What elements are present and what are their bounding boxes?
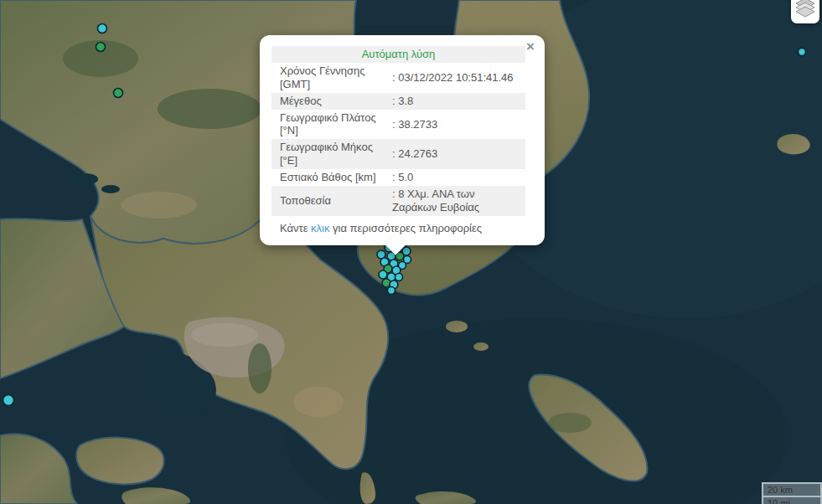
table-row: Μέγεθος : 3.8 — [271, 93, 525, 110]
scale-km: 20 km — [762, 482, 822, 497]
row-label: Γεωγραφικό Πλάτος [°N] — [280, 111, 389, 138]
row-value: : 38.2733 — [389, 118, 522, 131]
footer-text: για περισσότερες πληροφορίες — [329, 222, 482, 234]
table-row: Τοποθεσία : 8 Χλμ. ΑΝΑ των Ζαράκων Ευβοί… — [271, 186, 525, 216]
earthquake-marker[interactable] — [98, 24, 107, 33]
more-info-link[interactable]: κλικ — [311, 222, 329, 234]
row-label: Εστιακό Βάθος [km] — [280, 171, 389, 184]
row-value: : 24.2763 — [389, 147, 522, 161]
table-row: Χρόνος Γέννησης [GMT] : 03/12/2022 10:51… — [271, 63, 525, 93]
earthquake-popup: × Αυτόματη λύση Χρόνος Γέννησης [GMT] : … — [260, 35, 545, 245]
earthquake-marker[interactable] — [388, 287, 395, 295]
earthquake-marker[interactable] — [799, 49, 806, 56]
earthquake-marker[interactable] — [3, 395, 14, 406]
layers-control[interactable] — [791, 0, 819, 23]
popup-footer: Κάντε κλικ για περισσότερες πληροφορίες — [280, 222, 525, 235]
map-canvas[interactable]: × Αυτόματη λύση Χρόνος Γέννησης [GMT] : … — [0, 0, 822, 504]
table-row: Γεωγραφικό Μήκος [°E] : 24.2763 — [271, 139, 525, 169]
popup-title: Αυτόματη λύση — [271, 46, 525, 63]
earthquake-marker[interactable] — [379, 270, 387, 279]
scale-mi: 10 mi — [762, 497, 822, 504]
popup-content: Αυτόματη λύση Χρόνος Γέννησης [GMT] : 03… — [271, 46, 525, 235]
row-label: Γεωγραφικό Μήκος [°E] — [280, 141, 389, 167]
row-label: Τοποθεσία — [280, 194, 389, 208]
earthquake-marker[interactable] — [395, 274, 403, 281]
scale-control: 20 km 10 mi — [762, 482, 822, 504]
row-value: : 3.8 — [389, 95, 522, 108]
earthquake-marker[interactable] — [96, 43, 106, 52]
row-label: Χρόνος Γέννησης [GMT] — [280, 64, 389, 91]
earthquake-marker[interactable] — [114, 89, 123, 98]
row-value: : 5.0 — [389, 171, 522, 184]
table-row: Εστιακό Βάθος [km] : 5.0 — [271, 169, 525, 186]
row-value: : 8 Χλμ. ΑΝΑ των Ζαράκων Ευβοίας — [389, 188, 522, 214]
row-label: Μέγεθος — [280, 95, 389, 108]
table-row: Γεωγραφικό Πλάτος [°N] : 38.2733 — [271, 110, 525, 140]
footer-text: Κάντε — [280, 222, 311, 234]
row-value: : 03/12/2022 10:51:41.46 — [389, 71, 522, 85]
layers-icon — [794, 0, 816, 19]
